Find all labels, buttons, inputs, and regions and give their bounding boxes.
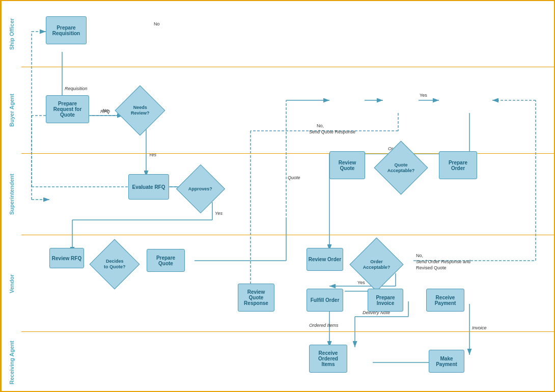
prepare-requisition-box: PrepareRequisition	[46, 16, 87, 44]
review-quote-response-box: ReviewQuoteResponse	[238, 284, 274, 312]
lane-buyer: Buyer Agent PrepareRequest forQuote Need…	[1, 67, 554, 154]
lane-buyer-label: Buyer Agent	[1, 67, 21, 154]
lane-ship: Ship Officer PrepareRequisition	[1, 1, 554, 67]
prepare-invoice-box: PrepareInvoice	[368, 289, 403, 312]
lane-receiving-label: Receiving Agent	[1, 332, 21, 392]
lane-vendor-label: Vendor	[1, 235, 21, 332]
make-payment-box: MakePayment	[429, 350, 464, 373]
prepare-quote-box: PrepareQuote	[147, 249, 185, 272]
order-acceptable-diamond: OrderAcceptable?	[349, 237, 403, 291]
review-rfq-box: Review RFQ	[49, 248, 84, 268]
diagram-container: Requisition RFQ Yes No Yes No No	[0, 0, 555, 392]
lane-ship-label: Ship Officer	[1, 1, 21, 67]
lane-receiving: Receiving Agent ReceiveOrderedItems Make…	[1, 332, 554, 392]
review-order-box: Review Order	[307, 248, 343, 271]
needs-review-diamond: NeedsReview?	[115, 86, 165, 136]
approves-diamond: Approves?	[176, 164, 225, 213]
receive-ordered-items-box: ReceiveOrderedItems	[309, 345, 347, 373]
fulfill-order-box: Fulfill Order	[307, 289, 343, 312]
prepare-rfq-box: PrepareRequest forQuote	[46, 95, 89, 123]
receive-payment-box: ReceivePayment	[426, 289, 464, 312]
lane-super: Superintendent Evaluate RFQ Approves?	[1, 154, 554, 235]
evaluate-rfq-box: Evaluate RFQ	[128, 174, 169, 200]
lane-super-label: Superintendent	[1, 154, 21, 235]
decides-to-quote-diamond: Decidesto Quote?	[90, 239, 140, 290]
lane-vendor: Vendor Review RFQ Decidesto Quote? Prepa…	[1, 235, 554, 332]
